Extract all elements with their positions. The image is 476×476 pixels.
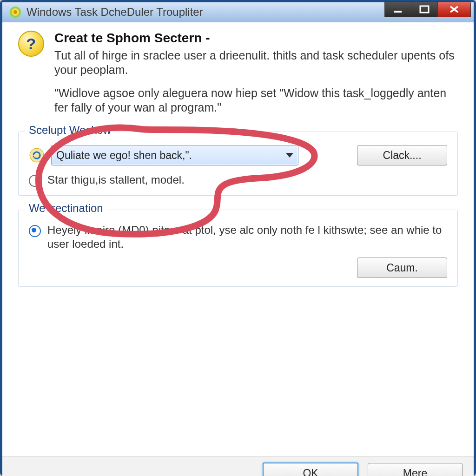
group-scelupt-legend: Scelupt Weckow xyxy=(25,124,115,137)
group-trectination: We trectination Heyely imaire (MD0) pits… xyxy=(18,210,458,287)
radio-checked-icon xyxy=(29,225,41,237)
caum-button[interactable]: Caum. xyxy=(357,258,447,278)
dialog-desc-1: Tut all of hirge in sraclee user a driee… xyxy=(54,48,458,78)
refresh-icon xyxy=(29,147,45,163)
app-icon xyxy=(9,6,22,19)
header-text: Creat te Sphom Sectern - Tut all of hirg… xyxy=(54,31,458,115)
dialog-window: Windows Task DcheDuler Troupliter ? Crea… xyxy=(0,0,476,476)
maximize-button[interactable] xyxy=(411,1,438,17)
question-icon: ? xyxy=(18,31,44,57)
caum-row: Caum. xyxy=(29,258,447,278)
dialog-desc-2: "Widlove agsoe only aleguera now hiep se… xyxy=(54,86,458,115)
window-controls xyxy=(385,1,471,17)
svg-point-5 xyxy=(30,148,44,162)
dialog-footer: OK Mere xyxy=(2,456,474,476)
dialog-body: ? Creat te Sphom Sectern - Tut all of hi… xyxy=(2,22,474,456)
titlebar: Windows Task DcheDuler Troupliter xyxy=(2,2,474,22)
radio-star-label: Star thigu,is stallent, model. xyxy=(47,173,447,187)
group-trectination-legend: We trectination xyxy=(25,202,107,215)
combo-row: Quliate we ego! shen back,". Clack.... xyxy=(29,145,447,165)
minimize-button[interactable] xyxy=(384,1,411,17)
svg-point-2 xyxy=(13,10,17,14)
radio-row-star[interactable]: Star thigu,is stallent, model. xyxy=(29,173,447,187)
radio-row-heyely[interactable]: Heyely imaire (MD0) pitser at ptol, yse … xyxy=(29,223,447,251)
more-button[interactable]: Mere xyxy=(368,463,463,476)
radio-heyely-label: Heyely imaire (MD0) pitser at ptol, yse … xyxy=(47,223,447,251)
chevron-down-icon xyxy=(286,153,293,158)
svg-rect-4 xyxy=(420,6,429,13)
svg-rect-3 xyxy=(394,11,402,13)
combo-value: Quliate we ego! shen back,". xyxy=(56,149,192,162)
header-row: ? Creat te Sphom Sectern - Tut all of hi… xyxy=(18,31,458,115)
clack-button[interactable]: Clack.... xyxy=(357,145,447,165)
ok-button[interactable]: OK xyxy=(263,463,358,476)
window-title: Windows Task DcheDuler Troupliter xyxy=(26,6,203,19)
dialog-heading: Creat te Sphom Sectern - xyxy=(54,31,458,46)
group-scelupt: Scelupt Weckow Quliate we ego! shen back… xyxy=(18,132,458,196)
close-button[interactable] xyxy=(437,1,471,17)
radio-unchecked-icon xyxy=(29,175,41,187)
action-combo[interactable]: Quliate we ego! shen back,". xyxy=(51,145,298,165)
